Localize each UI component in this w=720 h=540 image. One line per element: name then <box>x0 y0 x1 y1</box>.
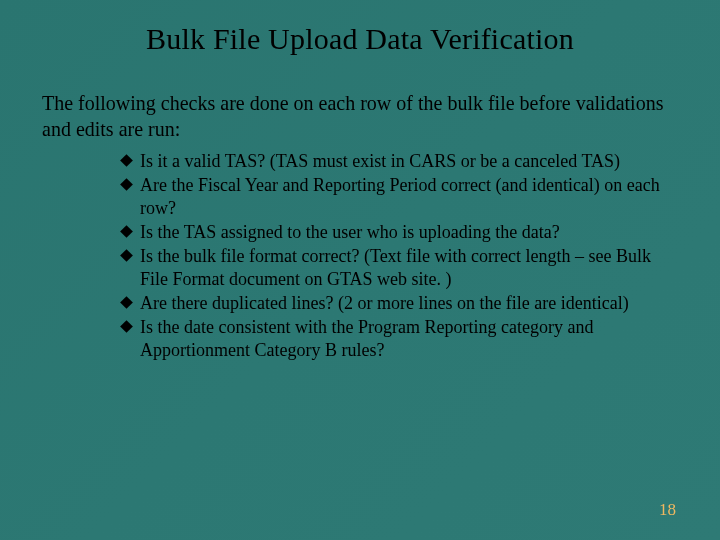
intro-text: The following checks are done on each ro… <box>40 90 680 142</box>
list-item-text: Is the bulk file format correct? (Text f… <box>140 246 651 289</box>
list-item: Is it a valid TAS? (TAS must exist in CA… <box>122 150 670 173</box>
list-item: Is the date consistent with the Program … <box>122 316 670 362</box>
list-item: Are the Fiscal Year and Reporting Period… <box>122 174 670 220</box>
list-item-text: Are the Fiscal Year and Reporting Period… <box>140 175 660 218</box>
bullet-list: Is it a valid TAS? (TAS must exist in CA… <box>40 150 680 362</box>
list-item-text: Is it a valid TAS? (TAS must exist in CA… <box>140 151 620 171</box>
list-item-text: Is the TAS assigned to the user who is u… <box>140 222 560 242</box>
diamond-bullet-icon <box>120 320 133 333</box>
page-number: 18 <box>659 500 676 520</box>
list-item: Is the TAS assigned to the user who is u… <box>122 221 670 244</box>
list-item: Are there duplicated lines? (2 or more l… <box>122 292 670 315</box>
list-item: Is the bulk file format correct? (Text f… <box>122 245 670 291</box>
diamond-bullet-icon <box>120 249 133 262</box>
diamond-bullet-icon <box>120 154 133 167</box>
list-item-text: Is the date consistent with the Program … <box>140 317 593 360</box>
list-item-text: Are there duplicated lines? (2 or more l… <box>140 293 629 313</box>
diamond-bullet-icon <box>120 296 133 309</box>
diamond-bullet-icon <box>120 225 133 238</box>
slide-title: Bulk File Upload Data Verification <box>40 22 680 56</box>
slide: Bulk File Upload Data Verification The f… <box>0 0 720 540</box>
diamond-bullet-icon <box>120 178 133 191</box>
